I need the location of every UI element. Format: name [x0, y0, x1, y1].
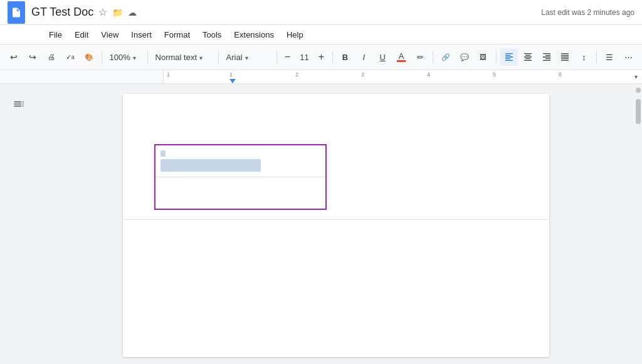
- more-options-button[interactable]: ⋯: [619, 48, 637, 66]
- text-color-bar: [397, 60, 406, 62]
- menu-format[interactable]: Format: [159, 28, 195, 42]
- sidebar-left: [0, 84, 38, 364]
- ruler-tab-marker: [229, 79, 236, 83]
- title-area: GT Test Doc ☆ 📁 ☁: [31, 6, 535, 19]
- style-value: Normal text: [155, 53, 197, 62]
- ruler-num-5: 5: [493, 71, 496, 78]
- outline-icon[interactable]: [10, 95, 28, 113]
- redo-button[interactable]: ↪: [24, 48, 41, 66]
- scroll-up-arrow[interactable]: [636, 88, 641, 93]
- ruler-num-3: 3: [361, 71, 364, 78]
- align-justify-button[interactable]: [557, 48, 574, 66]
- font-size-decrease[interactable]: −: [281, 48, 295, 66]
- font-size-increase[interactable]: +: [315, 48, 329, 66]
- table-content: [155, 145, 325, 209]
- ruler-content: 1 1 2 3 4 5 6 ▾: [163, 70, 642, 83]
- toolbar: ↩ ↪ 🖨 ✓a 🎨 100% Normal text Arial − + B …: [0, 44, 642, 70]
- text-color-letter: A: [399, 52, 404, 60]
- ruler-num-neg1: 1: [167, 71, 170, 78]
- scroll-thumb[interactable]: [636, 99, 641, 124]
- divider-5: [332, 51, 333, 63]
- divider-8: [596, 51, 597, 63]
- divider-2: [147, 51, 148, 63]
- cloud-icon: ☁: [128, 8, 137, 18]
- cell-highlighted-text: [160, 159, 261, 172]
- italic-button[interactable]: I: [355, 48, 372, 66]
- align-left-button[interactable]: [500, 48, 518, 66]
- lists-button[interactable]: ☰: [601, 48, 618, 66]
- title-bar: GT Test Doc ☆ 📁 ☁ Last edit was 2 minute…: [0, 0, 642, 25]
- font-size-input[interactable]: [296, 53, 313, 62]
- divider-7: [496, 51, 497, 63]
- menu-bar: File Edit View Insert Format Tools Exten…: [0, 25, 642, 44]
- undo-button[interactable]: ↩: [5, 48, 23, 66]
- divider-6: [433, 51, 433, 63]
- menu-insert[interactable]: Insert: [126, 28, 157, 42]
- table-row-2: [155, 177, 325, 209]
- move-icon[interactable]: 📁: [112, 8, 123, 18]
- menu-file[interactable]: File: [44, 28, 67, 42]
- image-button[interactable]: 🖼: [475, 48, 492, 66]
- print-button[interactable]: 🖨: [43, 48, 60, 66]
- text-color-button[interactable]: A: [392, 48, 410, 66]
- ruler-num-1: 1: [229, 71, 233, 78]
- docs-logo: [8, 1, 25, 24]
- link-button[interactable]: 🔗: [437, 48, 455, 66]
- ruler-expand[interactable]: ▾: [629, 70, 642, 83]
- selected-table[interactable]: [154, 144, 327, 210]
- table-cell-bottom-left: [155, 177, 325, 209]
- align-center-button[interactable]: [519, 48, 537, 66]
- table-cell-top-left: [155, 145, 325, 177]
- outline-svg: [13, 98, 25, 110]
- zoom-chevron: [133, 53, 136, 62]
- font-size-area: − +: [281, 48, 329, 66]
- font-value: Arial: [226, 53, 243, 62]
- highlight-button[interactable]: ✏: [411, 48, 429, 66]
- menu-edit[interactable]: Edit: [70, 28, 93, 42]
- star-icon[interactable]: ☆: [98, 6, 107, 18]
- menu-extensions[interactable]: Extensions: [229, 28, 279, 42]
- menu-view[interactable]: View: [96, 28, 124, 42]
- bold-button[interactable]: B: [337, 48, 354, 66]
- divider-4: [276, 51, 277, 63]
- page-bottom: [123, 219, 549, 357]
- table-row-1: [155, 145, 325, 177]
- docs-logo-icon: [11, 7, 22, 18]
- comment-button[interactable]: 💬: [456, 48, 473, 66]
- line-spacing-button[interactable]: ↕: [575, 48, 592, 66]
- font-selector[interactable]: Arial: [223, 48, 273, 66]
- document-page: [123, 94, 549, 357]
- divider-1: [102, 51, 102, 63]
- align-right-button[interactable]: [538, 48, 555, 66]
- ruler: 1 1 2 3 4 5 6 ▾: [0, 70, 642, 84]
- last-edit-text: Last edit was 2 minutes ago: [541, 8, 634, 17]
- divider-3: [218, 51, 219, 63]
- vertical-scrollbar[interactable]: [634, 84, 642, 364]
- menu-help[interactable]: Help: [282, 28, 308, 42]
- ruler-num-6: 6: [559, 71, 562, 78]
- ruler-num-4: 4: [427, 71, 430, 78]
- underline-button[interactable]: U: [374, 48, 391, 66]
- document-area[interactable]: [38, 84, 634, 364]
- zoom-value: 100%: [110, 53, 130, 62]
- document-title[interactable]: GT Test Doc: [31, 6, 93, 19]
- font-chevron: [245, 53, 248, 62]
- spell-check-button[interactable]: ✓a: [61, 48, 79, 66]
- zoom-selector[interactable]: 100%: [106, 48, 144, 66]
- menu-tools[interactable]: Tools: [197, 28, 226, 42]
- main-area: [0, 84, 642, 364]
- style-selector[interactable]: Normal text: [152, 48, 214, 66]
- ruler-num-2: 2: [295, 71, 298, 78]
- paint-format-button[interactable]: 🎨: [80, 48, 98, 66]
- style-chevron: [199, 53, 203, 62]
